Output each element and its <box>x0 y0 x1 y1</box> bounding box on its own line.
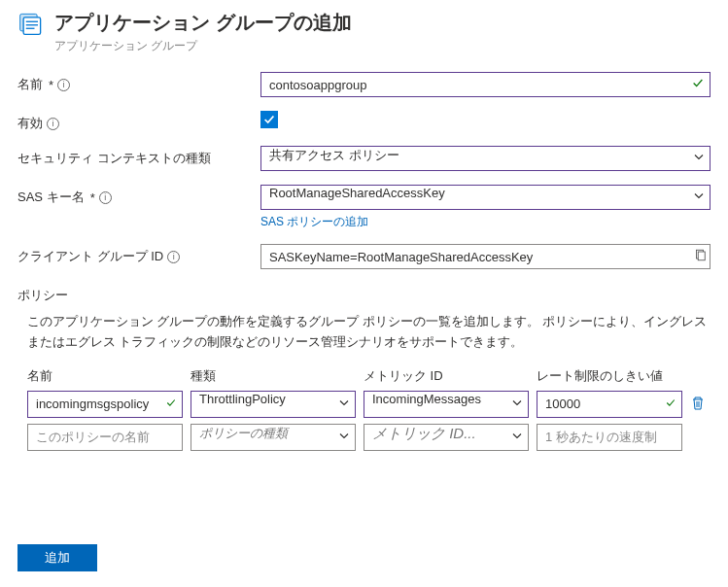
label-enabled: 有効 <box>17 115 43 132</box>
svg-rect-1 <box>23 17 41 35</box>
info-icon[interactable]: i <box>47 118 59 130</box>
required-mark: * <box>90 190 95 205</box>
check-icon <box>665 397 676 411</box>
col-header-type: 種類 <box>191 367 356 385</box>
info-icon[interactable]: i <box>57 79 70 91</box>
policy-row: ThrottlingPolicy IncomingMessages <box>27 391 711 418</box>
delete-policy-button[interactable] <box>690 396 708 413</box>
policy-name-field[interactable] <box>27 391 183 418</box>
policy-section-title: ポリシー <box>0 287 728 304</box>
svg-rect-6 <box>698 252 705 260</box>
col-header-name: 名前 <box>27 367 183 385</box>
col-header-metric: メトリック ID <box>364 367 529 385</box>
policy-row-empty: ポリシーの種類 メトリック ID... <box>27 424 711 451</box>
policy-type-select-empty[interactable]: ポリシーの種類 <box>191 424 356 451</box>
enabled-checkbox[interactable] <box>260 111 278 128</box>
page-title: アプリケーション グループの追加 <box>54 10 352 36</box>
policy-section-desc: このアプリケーション グループの動作を定義するグループ ポリシーの一覧を追加しま… <box>0 312 728 354</box>
add-button[interactable]: 追加 <box>17 544 97 571</box>
app-group-icon <box>17 10 45 37</box>
policy-name-field-empty[interactable] <box>27 424 183 451</box>
label-security-context-type: セキュリティ コンテキストの種類 <box>17 150 211 167</box>
label-sas-key-name: SAS キー名 <box>17 189 85 206</box>
label-name: 名前 <box>17 76 43 93</box>
page-subtitle: アプリケーション グループ <box>54 38 352 54</box>
security-context-type-select[interactable]: 共有アクセス ポリシー <box>260 146 711 171</box>
policy-rate-field-empty[interactable] <box>537 424 682 451</box>
check-icon <box>691 77 705 93</box>
col-header-rate: レート制限のしきい値 <box>537 367 682 385</box>
info-icon[interactable]: i <box>167 251 180 263</box>
label-client-group-id: クライアント グループ ID <box>17 248 163 265</box>
policy-metric-select[interactable]: IncomingMessages <box>364 391 529 418</box>
add-sas-policy-link[interactable]: SAS ポリシーの追加 <box>260 214 368 230</box>
client-group-id-field[interactable] <box>260 244 711 269</box>
required-mark: * <box>49 78 53 92</box>
info-icon[interactable]: i <box>99 191 112 204</box>
check-icon <box>165 397 177 411</box>
copy-icon[interactable] <box>693 249 707 265</box>
name-field[interactable] <box>260 72 711 97</box>
policy-metric-select-empty[interactable]: メトリック ID... <box>364 424 529 451</box>
sas-key-name-select[interactable]: RootManageSharedAccessKey <box>260 185 711 210</box>
policy-type-select[interactable]: ThrottlingPolicy <box>191 391 356 418</box>
policy-rate-field[interactable] <box>537 391 682 418</box>
